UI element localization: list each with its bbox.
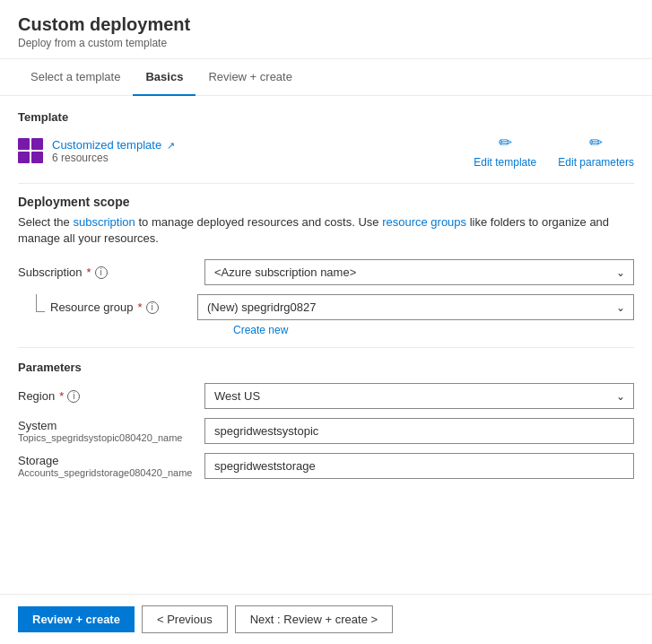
- tabs-bar: Select a template Basics Review + create: [0, 59, 652, 96]
- header: Custom deployment Deploy from a custom t…: [0, 0, 652, 59]
- resource-group-dropdown-wrapper: (New) spegridrg0827 ⌄: [197, 294, 634, 320]
- storage-row: Storage Accounts_spegridstorage080420_na…: [18, 453, 634, 479]
- system-row: System Topics_spegridsystopic080420_name: [18, 418, 634, 444]
- subscription-info-icon[interactable]: i: [95, 266, 108, 279]
- subscription-label: Subscription * i: [18, 265, 197, 279]
- resource-group-label: Resource group * i: [50, 300, 159, 314]
- indent-connector: [36, 294, 45, 312]
- resource-group-label-container: Resource group * i: [18, 300, 197, 314]
- subscription-link[interactable]: subscription: [73, 215, 135, 229]
- region-label: Region * i: [18, 389, 197, 403]
- resource-groups-link[interactable]: resource groups: [382, 215, 466, 229]
- edit-template-label: Edit template: [474, 156, 536, 169]
- subscription-dropdown[interactable]: <Azure subscription name>: [204, 259, 634, 285]
- region-dropdown[interactable]: West US: [204, 383, 634, 409]
- system-input-wrapper: [204, 418, 634, 444]
- tab-basics[interactable]: Basics: [133, 59, 196, 96]
- template-row: Customized template ↗ 6 resources ✏ Edit…: [18, 133, 634, 169]
- create-new-link[interactable]: Create new: [233, 324, 634, 336]
- edit-parameters-icon: ✏: [589, 133, 603, 152]
- region-dropdown-wrapper: West US ⌄: [204, 383, 634, 409]
- resource-group-info-icon[interactable]: i: [146, 301, 159, 314]
- footer: Review + create < Previous Next : Review…: [0, 594, 652, 644]
- page-subtitle: Deploy from a custom template: [18, 37, 634, 49]
- subscription-row: Subscription * i <Azure subscription nam…: [18, 259, 634, 285]
- separator-2: [18, 347, 634, 348]
- subscription-required: *: [87, 265, 91, 279]
- parameters-section: Parameters Region * i West US ⌄ Sy: [18, 361, 634, 479]
- next-button[interactable]: Next : Review + create >: [235, 605, 393, 633]
- template-actions: ✏ Edit template ✏ Edit parameters: [474, 133, 634, 169]
- template-left: Customized template ↗ 6 resources: [18, 138, 175, 164]
- resource-group-required: *: [138, 300, 143, 314]
- create-new-container: Create new: [18, 324, 634, 336]
- system-input[interactable]: [204, 418, 634, 444]
- subscription-dropdown-wrapper: <Azure subscription name> ⌄: [204, 259, 634, 285]
- page-wrapper: Custom deployment Deploy from a custom t…: [0, 0, 652, 644]
- storage-input-wrapper: [204, 453, 634, 479]
- template-resources: 6 resources: [52, 152, 175, 164]
- system-sublabel: Topics_spegridsystopic080420_name: [18, 432, 197, 443]
- system-label-container: System Topics_spegridsystopic080420_name: [18, 419, 197, 443]
- separator-1: [18, 183, 634, 184]
- system-label: System: [18, 419, 197, 432]
- page-title: Custom deployment: [18, 14, 634, 35]
- storage-input[interactable]: [204, 453, 634, 479]
- template-info: Customized template ↗ 6 resources: [52, 138, 175, 164]
- resource-group-dropdown[interactable]: (New) spegridrg0827: [197, 294, 634, 320]
- template-icon: [18, 138, 43, 163]
- review-create-button[interactable]: Review + create: [18, 606, 135, 632]
- resource-group-row: Resource group * i (New) spegridrg0827 ⌄: [18, 294, 634, 320]
- previous-button[interactable]: < Previous: [142, 605, 228, 633]
- edit-template-button[interactable]: ✏ Edit template: [474, 133, 536, 169]
- tab-review-create[interactable]: Review + create: [196, 59, 305, 96]
- deployment-scope-description: Select the subscription to manage deploy…: [18, 214, 634, 247]
- edit-parameters-button[interactable]: ✏ Edit parameters: [558, 133, 634, 169]
- region-row: Region * i West US ⌄: [18, 383, 634, 409]
- storage-label: Storage: [18, 454, 197, 467]
- region-required: *: [59, 389, 64, 403]
- region-info-icon[interactable]: i: [67, 390, 80, 403]
- storage-label-container: Storage Accounts_spegridstorage080420_na…: [18, 454, 197, 478]
- deployment-scope-heading: Deployment scope: [18, 195, 634, 209]
- tab-select-template[interactable]: Select a template: [18, 59, 133, 96]
- edit-template-icon: ✏: [499, 133, 512, 152]
- template-name-link[interactable]: Customized template: [52, 138, 161, 152]
- storage-sublabel: Accounts_spegridstorage080420_name: [18, 467, 197, 478]
- external-link-icon: ↗: [167, 140, 175, 151]
- main-content: Template Customized template ↗ 6 resourc…: [0, 96, 652, 594]
- parameters-heading: Parameters: [18, 361, 634, 374]
- edit-parameters-label: Edit parameters: [558, 156, 634, 169]
- template-section-heading: Template: [18, 110, 634, 124]
